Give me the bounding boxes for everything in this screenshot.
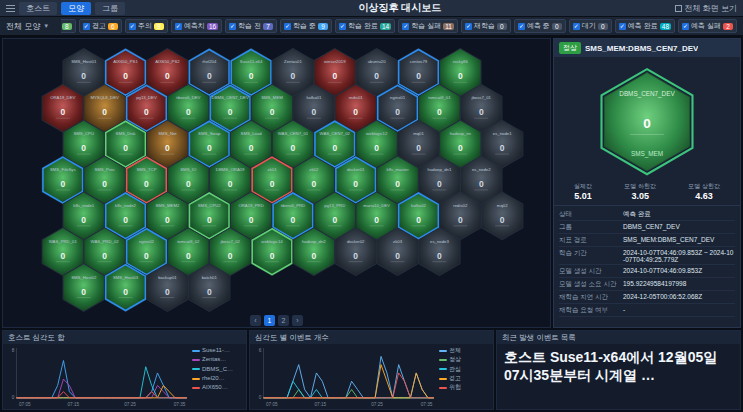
hex-value: 0 [437,179,442,189]
hex-value: 0 [102,107,107,117]
filter-chip[interactable]: ✓관심8 [61,19,76,33]
field-value: 2024-10-07T04:46:09.853Z [623,267,702,276]
tab-host[interactable]: 호스트 [19,2,57,15]
detail-hexagon[interactable]: DBMS_CEN7_DEV 0 SMS_MEM [572,59,722,181]
tab-shape[interactable]: 모양 [61,2,91,15]
chevron-down-icon: ▼ [43,23,49,29]
legend-swatch-icon [439,350,447,352]
checkbox-icon[interactable]: ✓ [83,23,90,30]
legend-item[interactable]: Suse11-… [192,346,244,355]
checkbox-icon[interactable]: ✓ [518,23,525,30]
checkbox-icon[interactable]: ✓ [129,23,136,30]
menu-icon[interactable] [6,5,15,12]
filter-chip[interactable]: ✓예측치16 [171,19,222,33]
hex-value: 0 [144,251,149,261]
hex-name: hadoop_nn [450,131,472,136]
hex-value: 0 [207,287,212,297]
hex-value: 0 [479,107,484,117]
hex-value: 0 [249,143,254,153]
page-number[interactable]: 1 [264,315,275,326]
count-badge: 48 [660,23,671,30]
filter-chip[interactable]: ✓학습 전7 [225,19,277,33]
filter-chip[interactable]: ✓재학습0 [461,19,511,33]
checkbox-icon[interactable]: ✓ [465,23,472,30]
hex-value: 0 [374,143,379,153]
filter-chip[interactable]: ✓예측 중0 [514,19,566,33]
checkbox-icon[interactable]: ✓ [175,23,182,30]
hex-name: batch01 [202,275,218,280]
chart-series [17,361,187,398]
filter-chip[interactable]: ✓학습 실패11 [398,19,458,33]
detail-hex-value: 0 [643,116,651,131]
checkbox-icon[interactable]: ✓ [619,23,626,30]
checkbox-icon[interactable]: ✓ [229,23,236,30]
hex-value: 0 [270,179,275,189]
main-area: SMS_Host010AIX650_PS10AIX650_PS20rhel204… [0,36,743,330]
pagination: ‹12› [3,313,550,327]
page-next[interactable]: › [292,315,303,326]
event-message[interactable]: 호스트 Suse11-x64에서 12월05일 07시35분부터 시계열 … [497,344,740,388]
legend-item[interactable]: 경고 [439,374,491,383]
field-value: 예측 완료 [623,210,651,219]
legend-item[interactable]: Zentas… [192,355,244,364]
field-value: SMS_MEM:DBMS_CEN7_DEV [623,236,714,245]
page-prev[interactable]: ‹ [250,315,261,326]
chart-series [17,367,187,398]
hex-name: WAS_CEN7_01 [278,131,309,136]
checkbox-icon[interactable]: ✓ [402,23,409,30]
hex-value: 0 [332,215,337,225]
hex-name: jboss7_02 [219,239,240,244]
filter-chip[interactable]: ✓예측 실패2 [678,19,737,33]
legend-item[interactable]: DBMS_C… [192,365,244,374]
scope-dropdown[interactable]: 전체 모양 ▼ [6,21,57,32]
checkbox-icon[interactable]: ✓ [573,23,580,30]
chip-label: 학습 실패 [411,21,441,31]
legend-swatch-icon [439,387,447,389]
filter-chip[interactable]: ✓학습 중9 [280,19,332,33]
legend-swatch-icon [192,350,200,352]
legend-item[interactable]: 전체 [439,346,491,355]
filter-chip[interactable]: ✓경고6 [79,19,122,33]
hex-name: k8s_node1 [73,203,94,208]
bottom-area: 호스트 심각도 합 0807:0507:1507:2507:35 Suse11-… [0,330,743,412]
chip-label: 학습 전 [238,21,261,31]
fullscreen-button[interactable]: 전체 화면 보기 [675,3,737,14]
hex-value: 0 [207,215,212,225]
hex-name: Zentas01 [284,59,302,64]
filter-chip[interactable]: ✓대기0 [569,19,612,33]
legend-item[interactable]: 관심 [439,365,491,374]
chip-label: 재학습 [474,21,495,31]
legend-swatch-icon [439,378,447,380]
legend-swatch-icon [439,368,447,370]
hex-value: 0 [165,215,170,225]
hex-name: k8s_master [387,167,410,172]
stat-value: 3.05 [624,191,656,201]
count-badge: 7 [263,23,273,30]
hex-name: Suse11-x64 [240,59,263,64]
tab-group[interactable]: 그룹 [95,2,125,15]
hex-value: 0 [312,251,317,261]
field-label: 지표 경로 [559,236,623,245]
hex-value: 0 [123,287,128,297]
detail-field-row: 모델 생성 소요 시간195.92249584197998 [559,278,735,291]
stat: 모델 하한값3.05 [624,182,656,201]
hex-name: SMS_Disk [116,131,137,136]
hex-name: kafka01 [306,95,322,100]
checkbox-icon[interactable]: ✓ [284,23,291,30]
host-severity-chart: 0807:0507:1507:2507:35 [3,344,190,409]
checkbox-icon[interactable]: ✓ [339,23,346,30]
filter-chip[interactable]: ✓주의9 [125,19,168,33]
page-number[interactable]: 2 [278,315,289,326]
legend-item[interactable]: AIX650… [192,383,244,392]
host-severity-legend: Suse11-…Zentas…DBMS_C…rhel20…AIX650… [192,346,244,407]
hex-value: 0 [186,251,191,261]
filter-chip[interactable]: ✓예측 완료48 [615,19,675,33]
legend-item[interactable]: 정상 [439,355,491,364]
checkbox-icon[interactable]: ✓ [682,23,689,30]
svg-text:07:35: 07:35 [421,402,433,407]
filter-chip[interactable]: ✓학습 완료14 [335,19,395,33]
hex-name: redis02 [453,203,468,208]
fullscreen-label: 전체 화면 보기 [685,3,737,14]
legend-item[interactable]: rhel20… [192,374,244,383]
legend-item[interactable]: 위험 [439,383,491,392]
